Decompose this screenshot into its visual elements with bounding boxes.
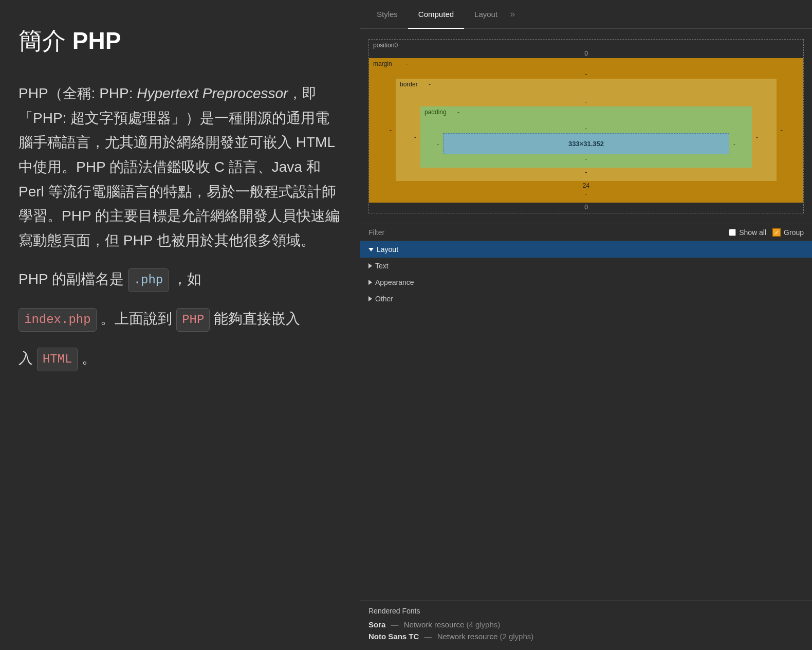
border-bottom-val: - — [414, 169, 758, 176]
border-right-val: - — [756, 134, 758, 141]
padding-label: padding — [425, 109, 447, 116]
para2-mid3: 能夠直接嵌入 — [214, 311, 300, 327]
css-group-other[interactable]: Other — [360, 291, 812, 307]
font-name-noto: Noto Sans TC — [368, 632, 419, 641]
para2-embed: 入 — [19, 350, 33, 366]
rendered-fonts-section: Rendered Fonts Sora — Network resource (… — [360, 600, 812, 650]
box-model-container: position 0 0 margin - - - border — [360, 29, 812, 224]
right-devtools-panel: Styles Computed Layout » position 0 0 ma… — [360, 0, 812, 650]
border-label: border — [400, 81, 418, 88]
title-bold: PHP — [72, 27, 121, 54]
padding-top-val: - — [437, 125, 735, 132]
font-glyphs-sora: (4 glyphs) — [466, 620, 500, 629]
border-value: - — [429, 81, 431, 88]
filter-label: Filter — [368, 228, 384, 237]
filter-input[interactable] — [391, 228, 723, 237]
file-extension-paragraph: PHP 的副檔名是 .php ，如 — [19, 267, 341, 292]
font-dash-sora: — — [391, 620, 399, 629]
file-extension-paragraph2: index.php 。上面說到 PHP 能夠直接嵌入 — [19, 306, 341, 332]
group-label: Group — [784, 228, 804, 237]
css-group-appearance-label: Appearance — [375, 278, 414, 286]
code-index-php: index.php — [19, 308, 97, 332]
group-checkbox-checked[interactable]: ✓ — [772, 228, 781, 237]
css-group-appearance[interactable]: Appearance — [360, 274, 812, 291]
page-title: 簡介 PHP — [19, 21, 341, 61]
filter-row: Filter Show all ✓ Group — [360, 224, 812, 241]
font-name-sora: Sora — [368, 620, 385, 629]
font-entry-noto: Noto Sans TC — Network resource (2 glyph… — [368, 632, 804, 641]
file-extension-paragraph3: 入 HTML 。 — [19, 346, 341, 371]
position-label: position — [373, 42, 394, 49]
show-all-label: Show all — [739, 228, 766, 237]
css-group-layout-label: Layout — [377, 245, 398, 254]
padding-value: - — [457, 109, 459, 116]
margin-bottom-val: - — [390, 190, 783, 197]
font-source-noto: Network resource — [437, 632, 498, 641]
padding-right-val: - — [733, 140, 735, 148]
content-size-box: 333×31.352 — [443, 133, 729, 154]
expand-icon-text — [368, 263, 372, 268]
outer-bottom-value: 0 — [369, 203, 803, 213]
font-entry-sora: Sora — Network resource (4 glyphs) — [368, 620, 804, 629]
css-group-other-label: Other — [375, 295, 393, 303]
margin-value: - — [406, 60, 408, 67]
tabs-bar: Styles Computed Layout » — [360, 0, 812, 29]
padding-bottom-val: - — [437, 155, 735, 162]
font-source-sora: Network resource — [404, 620, 465, 629]
tabs-more-button[interactable]: » — [510, 9, 515, 20]
margin-left-val: - — [390, 127, 392, 134]
css-group-text-label: Text — [375, 262, 389, 270]
tab-computed[interactable]: Computed — [408, 0, 464, 29]
font-dash-noto: — — [425, 632, 432, 641]
css-group-layout[interactable]: Layout — [360, 241, 812, 258]
margin-bottom-number: 24 — [390, 182, 783, 189]
title-normal: 簡介 — [19, 27, 72, 54]
para2-prefix: PHP 的副檔名是 — [19, 271, 124, 287]
font-glyphs-noto: (2 glyphs) — [500, 632, 533, 641]
code-php-tag: PHP — [176, 308, 210, 332]
padding-box: padding - - - 333×31.352 - — [420, 106, 752, 168]
border-box: border - - - padding - - - — [396, 79, 777, 181]
padding-side-row: - 333×31.352 - — [437, 133, 735, 154]
code-php-ext: .php — [128, 268, 169, 293]
css-group-text[interactable]: Text — [360, 258, 812, 274]
border-side-row: - padding - - - 333×31.35 — [414, 106, 758, 168]
margin-label: margin — [373, 60, 392, 67]
main-paragraph: PHP（全稱: PHP: Hypertext Preprocessor，即「PH… — [19, 81, 341, 252]
content-size: 333×31.352 — [568, 140, 604, 148]
show-all-checkbox[interactable] — [729, 229, 736, 236]
border-left-val: - — [414, 134, 416, 141]
left-content-panel: 簡介 PHP PHP（全稱: PHP: Hypertext Preprocess… — [0, 0, 360, 650]
expand-icon-layout — [368, 248, 374, 251]
margin-side-row: - border - - - padding - - — [390, 79, 783, 181]
para2-mid: ，如 — [173, 271, 201, 287]
tab-layout[interactable]: Layout — [464, 0, 508, 29]
margin-right-val: - — [781, 127, 783, 134]
padding-left-val: - — [437, 140, 439, 148]
css-groups-list: Layout Text Appearance Other — [360, 241, 812, 600]
expand-icon-appearance — [368, 280, 372, 285]
rendered-fonts-title: Rendered Fonts — [368, 607, 804, 615]
box-model-outer: position 0 0 margin - - - border — [368, 39, 804, 213]
position-value: 0 — [394, 42, 398, 49]
tab-styles[interactable]: Styles — [366, 0, 408, 29]
margin-top-val: - — [390, 70, 783, 78]
code-html-tag: HTML — [37, 348, 78, 372]
margin-box: margin - - - border - - - — [369, 58, 803, 203]
show-all-wrapper: Show all — [729, 228, 766, 237]
expand-icon-other — [368, 296, 372, 301]
para2-suffix: 。 — [82, 350, 96, 366]
group-wrapper: ✓ Group — [772, 228, 804, 237]
outer-top-value: 0 — [369, 49, 803, 58]
para2-mid2: 。上面說到 — [100, 311, 172, 327]
border-top-val: - — [414, 98, 758, 105]
